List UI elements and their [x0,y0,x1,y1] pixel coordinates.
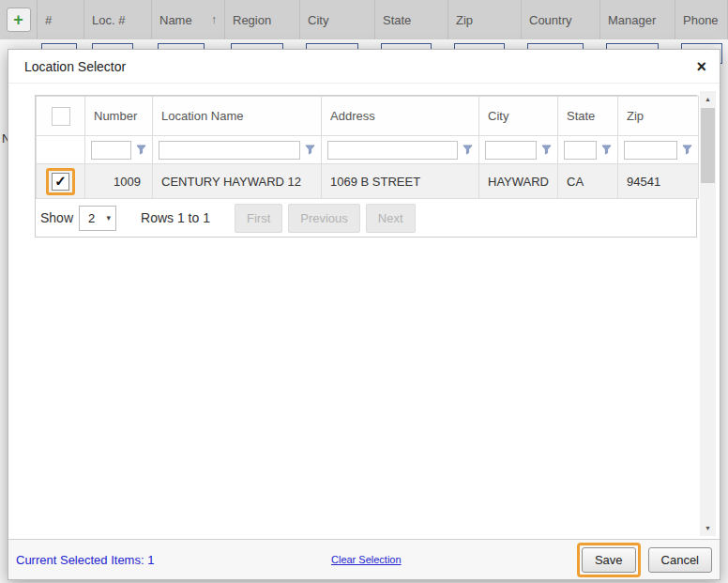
grid-filter-row [37,136,699,164]
filter-input-location-name[interactable] [159,141,300,160]
location-selector-modal: Location Selector × Number Location Name… [8,49,720,580]
selected-items-label: Current Selected Items: 1 [14,553,154,567]
save-highlight: Save [577,543,641,577]
modal-header: Location Selector × [8,50,720,84]
clear-selection-link[interactable]: Clear Selection [331,554,402,565]
cell-number: 1009 [85,164,153,199]
filter-funnel-icon[interactable] [305,145,315,155]
filter-input-number[interactable] [91,141,131,160]
filter-input-address[interactable] [327,141,458,160]
selection-highlight: ✓ [46,168,75,195]
close-icon[interactable]: × [696,58,706,75]
cell-city: HAYWARD [479,164,558,199]
column-header-address[interactable]: Address [322,97,479,136]
filter-cell-empty [37,136,85,164]
show-label: Show [40,210,73,225]
cell-location-name: CENTURY HAYWARD 12 [153,164,322,199]
select-all-checkbox[interactable] [52,107,70,126]
row-checkbox-cell: ✓ [37,164,85,199]
column-header-number[interactable]: Number [85,97,153,136]
column-header-location-name[interactable]: Location Name [153,97,322,136]
cell-state: CA [558,164,618,199]
page-size-select[interactable]: 2 ▾ [79,206,116,231]
filter-funnel-icon[interactable] [136,145,146,155]
filter-input-state[interactable] [564,141,597,160]
column-header-state[interactable]: State [558,97,618,136]
grid-header-row: Number Location Name Address City State … [37,97,699,136]
checkmark-icon: ✓ [54,173,67,190]
table-row[interactable]: ✓ 1009 CENTURY HAYWARD 12 1069 B STREET … [37,164,699,199]
modal-footer: Current Selected Items: 1 Clear Selectio… [8,539,720,579]
page-size-value: 2 [80,211,106,225]
row-checkbox[interactable]: ✓ [52,173,69,191]
cancel-button[interactable]: Cancel [648,547,712,573]
filter-funnel-icon[interactable] [463,145,473,155]
select-all-header [37,97,85,136]
filter-funnel-icon[interactable] [541,145,552,155]
save-button[interactable]: Save [582,547,636,573]
filter-funnel-icon[interactable] [601,145,612,155]
modal-title: Location Selector [24,59,126,74]
rows-range-label: Rows 1 to 1 [141,210,210,225]
filter-input-city[interactable] [485,141,537,160]
column-header-city[interactable]: City [479,97,558,136]
chevron-down-icon: ▾ [107,213,116,222]
first-page-button[interactable]: First [235,204,282,233]
filter-funnel-icon[interactable] [682,145,692,155]
page: + # Loc. # Name↑ Region City State Zip C… [0,0,728,583]
pagination-bar: Show 2 ▾ Rows 1 to 1 First Previous Next [36,199,696,237]
modal-body: Number Location Name Address City State … [8,84,720,539]
scrollbar-thumb[interactable] [701,108,715,183]
cell-zip: 94541 [618,164,699,199]
column-header-zip[interactable]: Zip [618,97,699,136]
location-grid: Number Location Name Address City State … [35,95,697,238]
vertical-scrollbar[interactable]: ▲ ▼ [700,91,716,536]
previous-page-button[interactable]: Previous [288,204,360,233]
scroll-up-icon[interactable]: ▲ [700,91,716,107]
filter-input-zip[interactable] [624,141,677,160]
next-page-button[interactable]: Next [366,204,416,233]
cell-address: 1069 B STREET [322,164,479,199]
scroll-down-icon[interactable]: ▼ [700,520,716,536]
